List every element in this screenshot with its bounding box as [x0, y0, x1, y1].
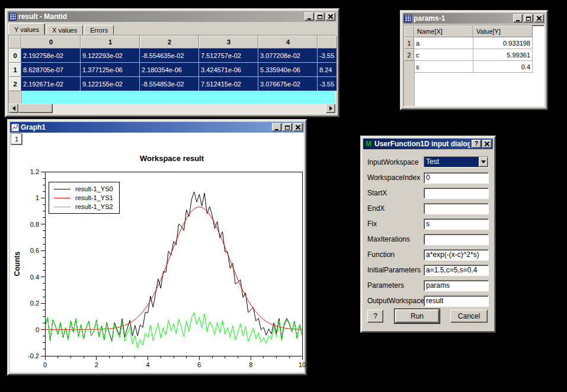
- maximize-icon: [526, 17, 531, 21]
- cancel-button[interactable]: Cancel: [450, 310, 488, 323]
- column-header[interactable]: 1: [81, 36, 140, 49]
- field-label-maxiterations: MaxIterations: [367, 233, 410, 245]
- close-button[interactable]: [482, 140, 492, 148]
- outputworkspace-input[interactable]: [424, 295, 489, 307]
- row-header[interactable]: 2: [9, 77, 21, 91]
- close-button[interactable]: [534, 14, 544, 23]
- fix-input[interactable]: [424, 219, 489, 230]
- column-header[interactable]: 3: [199, 36, 258, 49]
- table-cell[interactable]: 2.192671e-02: [21, 77, 81, 91]
- table-cell[interactable]: 8.24: [318, 63, 337, 77]
- x-axis-label: Time-of-flight / microsecond: [126, 375, 221, 384]
- minimize-button[interactable]: [513, 14, 523, 23]
- table-cell[interactable]: -8.554635e-02: [140, 49, 199, 63]
- scroll-left-button[interactable]: [9, 104, 18, 113]
- tab-x-values[interactable]: X values: [46, 25, 83, 35]
- table-cell[interactable]: 9.122155e-02: [81, 77, 140, 91]
- table-cell[interactable]: 7.512415e-02: [199, 77, 258, 91]
- maximize-button[interactable]: [524, 14, 533, 23]
- column-header[interactable]: 2: [140, 36, 199, 49]
- startx-input[interactable]: [424, 188, 489, 199]
- maxiterations-input[interactable]: [424, 234, 489, 245]
- result-window: result - Mantid Y valuesX valuesErrors 0…: [5, 8, 339, 117]
- field-label-outputworkspace: OutputWorkspace: [367, 295, 424, 307]
- layer-tab-1[interactable]: 1: [11, 134, 22, 144]
- legend-line-sample: [54, 198, 71, 198]
- empty-area: [9, 91, 335, 104]
- minimize-button[interactable]: [272, 123, 281, 131]
- close-icon: [296, 125, 300, 130]
- param-value-cell[interactable]: 0.4: [473, 61, 533, 73]
- param-name-cell[interactable]: s: [414, 61, 473, 73]
- table-cell[interactable]: 3.076675e-02: [258, 77, 318, 91]
- table-cell[interactable]: 2.180354e-06: [140, 63, 199, 77]
- table-cell[interactable]: 5.335940e-06: [258, 63, 318, 77]
- scrollbar-thumb[interactable]: [18, 104, 53, 113]
- maximize-button[interactable]: [283, 123, 292, 131]
- help-titlebar-button[interactable]: ?: [472, 140, 481, 148]
- workspaceindex-input[interactable]: [424, 172, 489, 184]
- tab-errors[interactable]: Errors: [84, 25, 114, 35]
- parameters-field-holder: [424, 279, 489, 291]
- column-header[interactable]: Value[Y]: [473, 25, 533, 37]
- run-button[interactable]: Run: [394, 309, 440, 324]
- result-titlebar[interactable]: result - Mantid: [8, 11, 337, 22]
- row-header[interactable]: 0: [9, 49, 21, 63]
- scrollbar-track[interactable]: [53, 104, 326, 113]
- maximize-button[interactable]: [315, 12, 325, 21]
- table-cell[interactable]: -3.55: [318, 77, 337, 91]
- y-tick-label: 1.2: [30, 168, 39, 175]
- tab-y-values[interactable]: Y values: [8, 23, 45, 35]
- close-button[interactable]: [293, 123, 303, 131]
- param-name-cell[interactable]: c: [414, 49, 473, 61]
- param-value-cell[interactable]: 0.933198: [473, 37, 533, 49]
- column-header[interactable]: Name[X]: [414, 25, 473, 37]
- column-header[interactable]: [318, 36, 337, 49]
- y-tick-label: 0.2: [30, 300, 39, 307]
- minimize-button[interactable]: [305, 12, 314, 21]
- table-cell[interactable]: 3.424571e-06: [199, 63, 258, 77]
- highlighted-empty-row: [22, 91, 335, 104]
- row-header[interactable]: 2: [404, 49, 414, 61]
- help-button[interactable]: ?: [367, 310, 383, 323]
- row-header-strip: [404, 61, 415, 106]
- close-button[interactable]: [326, 12, 335, 21]
- row-header[interactable]: 1: [404, 37, 414, 49]
- column-header[interactable]: 4: [258, 36, 318, 49]
- param-name-cell[interactable]: a: [414, 37, 473, 49]
- table-cell[interactable]: 8.628705e-07: [21, 63, 81, 77]
- table-cell[interactable]: 7.512757e-02: [199, 49, 258, 63]
- table-cell[interactable]: -3.55: [318, 49, 337, 63]
- legend-line-sample: [54, 189, 71, 189]
- param-value-cell[interactable]: 5.99361: [473, 49, 533, 61]
- chevron-down-icon: [481, 160, 486, 163]
- params-row: 2c5.99361: [404, 49, 544, 61]
- plot-legend[interactable]: result-1_YS0result-1_YS1result-1_YS2: [49, 182, 120, 214]
- field-label-workspaceindex: WorkspaceIndex: [367, 172, 420, 184]
- params-titlebar[interactable]: params-1: [403, 13, 545, 24]
- corner-cell: [404, 25, 414, 37]
- graph-titlebar[interactable]: Graph1: [10, 122, 304, 133]
- horizontal-scrollbar[interactable]: [9, 104, 335, 113]
- combobox-dropdown-button[interactable]: [479, 157, 488, 167]
- function-input[interactable]: [424, 249, 489, 261]
- scroll-right-button[interactable]: [326, 104, 335, 113]
- result-table: 0123402.192758e-029.122293e-02-8.554635e…: [8, 35, 336, 114]
- parameters-input[interactable]: [424, 280, 489, 291]
- field-label-initialparameters: InitialParameters: [367, 264, 421, 276]
- table-cell[interactable]: 2.192758e-02: [21, 49, 81, 63]
- dialog-title: UserFunction1D input dialog: [374, 140, 470, 148]
- initialparameters-input[interactable]: [424, 265, 489, 276]
- maximize-icon: [318, 15, 322, 19]
- table-cell[interactable]: 1.377125e-06: [81, 63, 140, 77]
- y-tick-label: 0.4: [30, 274, 39, 281]
- table-cell[interactable]: 9.122293e-02: [81, 49, 140, 63]
- inputworkspace-combobox[interactable]: Test: [424, 156, 489, 168]
- dialog-titlebar[interactable]: M UserFunction1D input dialog ?: [363, 139, 493, 149]
- column-header[interactable]: 0: [21, 36, 81, 49]
- result-window-title: result - Mantid: [18, 12, 303, 21]
- endx-input[interactable]: [424, 203, 489, 214]
- table-cell[interactable]: 3.077208e-02: [258, 49, 318, 63]
- row-header[interactable]: 1: [9, 63, 21, 77]
- table-cell[interactable]: -8.554853e-02: [140, 77, 199, 91]
